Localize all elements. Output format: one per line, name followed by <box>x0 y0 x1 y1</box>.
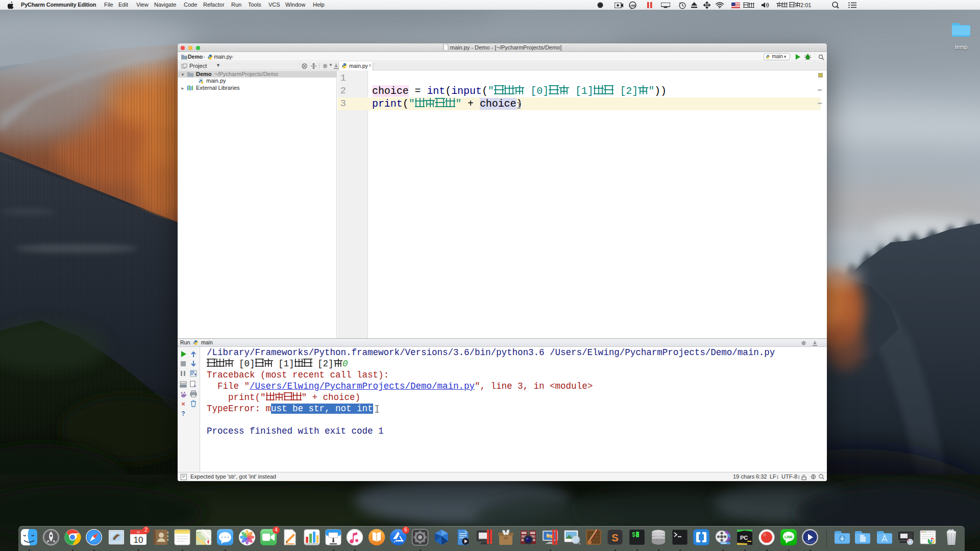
svg-text:10: 10 <box>134 535 143 545</box>
svg-text:PC: PC <box>740 535 748 541</box>
svg-text:$: $ <box>632 532 635 539</box>
svg-text:S: S <box>611 532 618 543</box>
svg-text:LINE: LINE <box>629 4 636 7</box>
svg-text:11: 11 <box>137 531 140 534</box>
svg-text:LINE: LINE <box>785 535 793 538</box>
